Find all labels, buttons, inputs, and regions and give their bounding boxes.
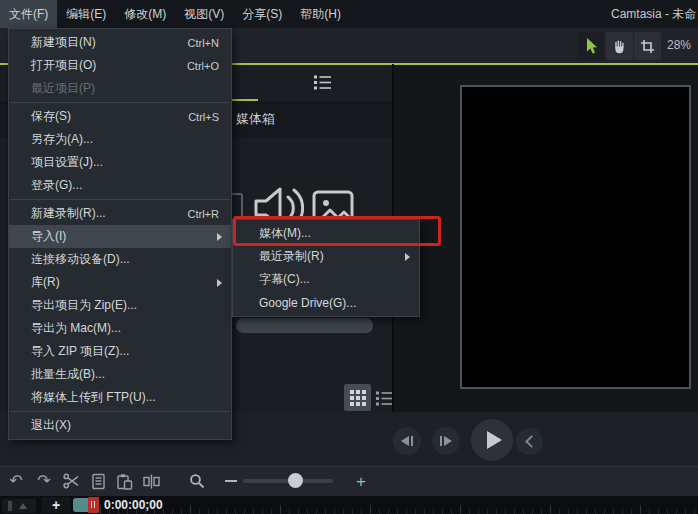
empty-state-tray <box>236 318 373 333</box>
file-menu-item-import-zip-project[interactable]: 导入 ZIP 项目(Z)... <box>9 340 231 363</box>
file-menu-item-new-project[interactable]: 新建项目(N)Ctrl+N <box>9 31 231 54</box>
menubar-item-help[interactable]: 帮助(H) <box>291 0 350 28</box>
menu-item-label: 连接移动设备(D)... <box>31 251 130 268</box>
collapse-controls-button[interactable] <box>516 428 543 455</box>
file-menu-item-save[interactable]: 保存(S)Ctrl+S <box>9 105 231 128</box>
add-track-button[interactable]: + <box>42 497 70 513</box>
selection-tool-button[interactable] <box>577 32 604 60</box>
file-menu-item-upload-media-to-ftp[interactable]: 将媒体上传到 FTP(U)... <box>9 386 231 409</box>
menu-separator <box>10 199 230 200</box>
file-menu-dropdown: 新建项目(N)Ctrl+N打开项目(O)Ctrl+O最近项目(P)保存(S)Ct… <box>8 28 232 440</box>
media-bin-title: 媒体箱 <box>236 101 275 137</box>
timeline-zoom-slider[interactable] <box>243 479 333 483</box>
timeline-ruler[interactable]: + 0:00:00;00 <box>0 496 698 514</box>
menu-item-label: 导出项目为 Zip(E)... <box>31 297 137 314</box>
menu-item-label: 最近项目(P) <box>31 80 95 97</box>
file-menu-item-sign-in[interactable]: 登录(G)... <box>9 174 231 197</box>
cursor-arrow-icon <box>583 38 599 55</box>
menu-item-shortcut: Ctrl+S <box>188 111 219 123</box>
slider-thumb[interactable] <box>288 473 303 488</box>
menu-item-label: 字幕(C)... <box>259 271 310 288</box>
file-menu-item-import[interactable]: 导入(I) <box>9 225 231 248</box>
step-forward-button[interactable] <box>432 427 460 455</box>
menu-item-label: 最近录制(R) <box>259 248 324 265</box>
menubar-item-file[interactable]: 文件(F) <box>0 0 57 28</box>
edit-toolbar: ↶ ↷ <box>0 466 698 496</box>
arrow-up-icon <box>19 503 27 509</box>
menu-item-label: 新建录制(R)... <box>31 205 106 222</box>
file-menu-item-export-for-mac[interactable]: 导出为 Mac(M)... <box>9 317 231 340</box>
file-menu-item-connect-mobile-device[interactable]: 连接移动设备(D)... <box>9 248 231 271</box>
file-menu-item-recent-projects[interactable]: 最近项目(P) <box>9 77 231 100</box>
undo-icon: ↶ <box>9 473 22 489</box>
camtasia-window: 文件(F) 编辑(E) 修改(M) 视图(V) 分享(S) 帮助(H) Camt… <box>0 0 698 514</box>
track-slider-knob <box>8 501 12 511</box>
file-menu-item-export-project-as-zip[interactable]: 导出项目为 Zip(E)... <box>9 294 231 317</box>
play-button[interactable] <box>471 419 513 461</box>
import-submenu-item-captions[interactable]: 字幕(C)... <box>233 268 419 291</box>
cut-button[interactable] <box>58 469 84 493</box>
minus-icon <box>225 480 237 482</box>
menu-item-label: 导入(I) <box>31 228 66 245</box>
import-submenu-item-google-drive[interactable]: Google Drive(G)... <box>233 291 419 314</box>
menu-item-label: 保存(S) <box>31 108 71 125</box>
copy-button[interactable] <box>85 469 111 493</box>
menu-item-label: 另存为(A)... <box>31 131 93 148</box>
window-title: Camtasia - 未命 <box>611 0 698 28</box>
file-menu-item-project-settings[interactable]: 项目设置(J)... <box>9 151 231 174</box>
menu-item-label: 将媒体上传到 FTP(U)... <box>31 389 156 406</box>
properties-list-icon[interactable] <box>313 74 332 91</box>
file-menu-item-exit[interactable]: 退出(X) <box>9 414 231 437</box>
split-button[interactable] <box>138 469 164 493</box>
menubar-item-share[interactable]: 分享(S) <box>233 0 291 28</box>
menubar-item-modify[interactable]: 修改(M) <box>115 0 175 28</box>
crop-tool-button[interactable] <box>634 32 661 60</box>
playhead-in-handle[interactable] <box>73 498 88 512</box>
scissors-icon <box>63 473 80 489</box>
file-menu-item-library[interactable]: 库(R) <box>9 271 231 294</box>
menubar-item-edit[interactable]: 编辑(E) <box>57 0 115 28</box>
grid-view-icon <box>350 390 366 406</box>
import-submenu-item-recent-recordings[interactable]: 最近录制(R) <box>233 245 419 268</box>
preview-canvas[interactable] <box>460 85 691 389</box>
playhead-timestamp: 0:00:00;00 <box>104 496 163 514</box>
menu-item-label: 导出为 Mac(M)... <box>31 320 121 337</box>
playhead-out-handle[interactable] <box>88 497 99 513</box>
paste-button[interactable] <box>111 469 137 493</box>
menu-item-label: 导入 ZIP 项目(Z)... <box>31 343 129 360</box>
annotation-highlight-box <box>233 216 441 246</box>
menu-separator <box>10 102 230 103</box>
file-menu-item-batch-production[interactable]: 批量生成(B)... <box>9 363 231 386</box>
canvas-zoom-level[interactable]: 28% <box>667 28 691 63</box>
timeline-zoom-in-button[interactable]: + <box>348 469 374 493</box>
redo-icon: ↷ <box>37 473 50 489</box>
chevron-left-icon <box>525 435 538 448</box>
split-icon <box>143 474 160 489</box>
menu-item-shortcut: Ctrl+R <box>188 208 219 220</box>
step-backward-button[interactable] <box>393 427 421 455</box>
menu-item-label: 打开项目(O) <box>31 57 96 74</box>
zoom-search-button[interactable] <box>184 469 210 493</box>
step-forward-icon <box>440 436 452 446</box>
submenu-arrow-icon <box>217 279 222 287</box>
crop-icon <box>640 39 655 54</box>
menu-item-label: 批量生成(B)... <box>31 366 105 383</box>
plus-icon: + <box>356 473 366 490</box>
menu-bar: 文件(F) 编辑(E) 修改(M) 视图(V) 分享(S) 帮助(H) Camt… <box>0 0 698 28</box>
ruler-ticks-major <box>100 505 698 514</box>
file-menu-item-open-project[interactable]: 打开项目(O)Ctrl+O <box>9 54 231 77</box>
hand-icon <box>612 39 627 54</box>
paste-icon <box>116 473 133 490</box>
pan-tool-button[interactable] <box>606 32 633 60</box>
grid-view-button[interactable] <box>344 384 371 411</box>
magnifier-icon <box>189 473 205 489</box>
menubar-item-view[interactable]: 视图(V) <box>175 0 233 28</box>
redo-button[interactable]: ↷ <box>31 469 57 493</box>
file-menu-item-new-recording[interactable]: 新建录制(R)...Ctrl+R <box>9 202 231 225</box>
undo-button[interactable]: ↶ <box>3 469 29 493</box>
timeline-zoom-out-button[interactable] <box>218 469 244 493</box>
file-menu-item-save-as[interactable]: 另存为(A)... <box>9 128 231 151</box>
menu-item-label: 库(R) <box>31 274 60 291</box>
track-options-box[interactable] <box>2 499 36 513</box>
menu-item-label: Google Drive(G)... <box>259 296 356 310</box>
